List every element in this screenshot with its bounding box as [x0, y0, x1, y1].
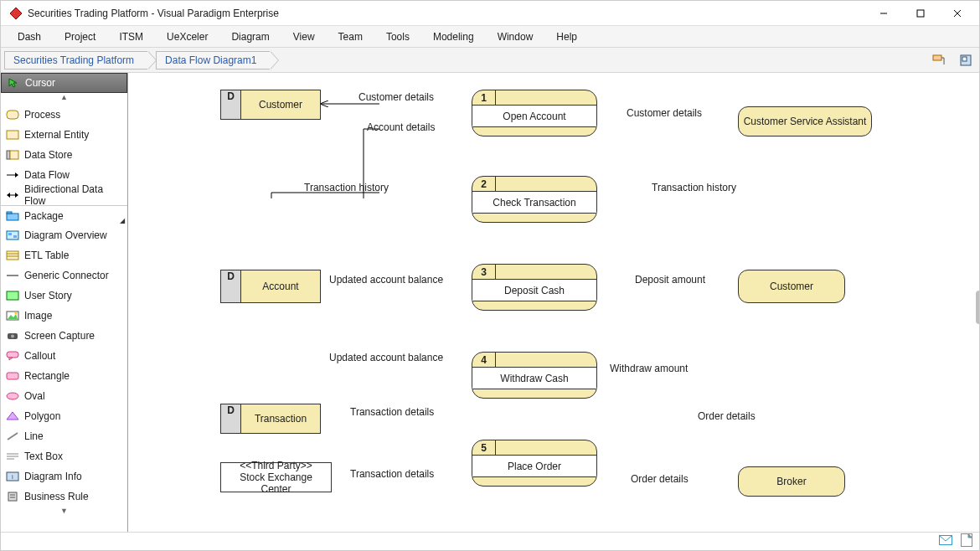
- menu-uexceler[interactable]: UeXceler: [155, 28, 219, 46]
- breadcrumb-root[interactable]: Securities Trading Platform: [4, 51, 147, 70]
- external-entity-csa[interactable]: Customer Service Assistant: [738, 106, 872, 136]
- flow-label: Customer details: [627, 107, 702, 119]
- menu-dash[interactable]: Dash: [6, 28, 53, 46]
- close-button[interactable]: [939, 2, 976, 25]
- svg-marker-18: [15, 193, 18, 198]
- menu-modeling[interactable]: Modeling: [421, 28, 486, 46]
- menu-itsm[interactable]: ITSM: [107, 28, 155, 46]
- svg-rect-46: [8, 492, 17, 501]
- palette-data-store[interactable]: Data Store: [1, 145, 127, 165]
- palette-label: Data Flow: [24, 169, 70, 181]
- palette-bidirectional-data-flow[interactable]: Bidirectional Data Flow: [1, 185, 127, 205]
- palette-etl-table[interactable]: ETL Table: [1, 245, 127, 265]
- svg-rect-11: [7, 111, 18, 119]
- svg-rect-37: [7, 373, 18, 379]
- palette-label: Oval: [24, 390, 45, 402]
- palette-label: Polygon: [24, 410, 60, 422]
- palette-external-entity[interactable]: External Entity: [1, 125, 127, 145]
- flow-label: Transaction history: [652, 182, 736, 193]
- menu-team[interactable]: Team: [327, 28, 374, 46]
- layers-icon[interactable]: [957, 52, 974, 69]
- palette-label: Text Box: [24, 451, 63, 462]
- palette-data-flow[interactable]: Data Flow: [1, 165, 127, 185]
- process-deposit-cash[interactable]: 3 Deposit Cash: [472, 264, 597, 311]
- palette-label: Data Store: [24, 149, 72, 161]
- mail-icon[interactable]: [939, 535, 952, 548]
- palette-package[interactable]: Package◢: [1, 205, 127, 225]
- palette-label: Business Rule: [24, 491, 89, 502]
- app-icon: [9, 7, 23, 20]
- shape-palette: Cursor ▲ Process External Entity Data St…: [1, 73, 128, 532]
- menu-tools[interactable]: Tools: [374, 28, 421, 46]
- rectangle-icon: [6, 369, 19, 383]
- datastore-account[interactable]: D Account: [220, 270, 321, 303]
- note-icon[interactable]: [961, 533, 972, 549]
- data-flow-icon: [6, 168, 19, 182]
- screen-capture-icon: [6, 329, 19, 342]
- svg-point-32: [15, 312, 18, 315]
- palette-collapse-up[interactable]: ▲: [1, 93, 127, 105]
- external-entity-stock-exchange[interactable]: <<Third Party>> Stock Exchange Center: [220, 462, 332, 492]
- etl-table-icon: [6, 249, 19, 262]
- process-withdraw-cash[interactable]: 4 Withdraw Cash: [472, 352, 597, 399]
- palette-callout[interactable]: Callout: [1, 346, 127, 366]
- stereotype-label: <<Third Party>>: [240, 460, 312, 471]
- datastore-label: Transaction: [241, 404, 320, 433]
- process-label: Check Transaction: [472, 192, 596, 214]
- entity-label: Stock Exchange Center: [224, 471, 328, 495]
- maximize-button[interactable]: [902, 2, 939, 25]
- image-icon: [6, 309, 19, 322]
- external-entity-customer[interactable]: Customer: [738, 270, 845, 303]
- palette-user-story[interactable]: User Story: [1, 286, 127, 306]
- palette-oval[interactable]: Oval: [1, 386, 127, 406]
- menu-help[interactable]: Help: [544, 28, 589, 46]
- svg-text:i: i: [12, 473, 13, 481]
- palette-text-box[interactable]: Text Box: [1, 446, 127, 466]
- palette-label: Screen Capture: [24, 330, 95, 342]
- external-entity-broker[interactable]: Broker: [738, 466, 845, 497]
- process-place-order[interactable]: 5 Place Order: [472, 440, 597, 487]
- svg-line-40: [8, 433, 18, 440]
- menubar: Dash Project ITSM UeXceler Diagram View …: [1, 26, 979, 48]
- svg-marker-36: [9, 358, 13, 360]
- process-open-account[interactable]: 1 Open Account: [472, 90, 597, 136]
- datastore-label: Account: [241, 270, 320, 302]
- palette-process[interactable]: Process: [1, 105, 127, 125]
- flow-label: Order details: [698, 410, 756, 422]
- menu-view[interactable]: View: [281, 28, 327, 46]
- menu-project[interactable]: Project: [53, 28, 107, 46]
- bi-data-flow-icon: [6, 188, 19, 202]
- svg-rect-25: [7, 251, 18, 260]
- diagram-info-icon: i: [6, 470, 19, 483]
- palette-screen-capture[interactable]: Screen Capture: [1, 326, 127, 346]
- palette-generic-connector[interactable]: Generic Connector: [1, 265, 127, 286]
- palette-polygon[interactable]: Polygon: [1, 406, 127, 426]
- datastore-tag: D: [221, 90, 241, 119]
- breadcrumb-label: Securities Trading Platform: [13, 54, 134, 66]
- palette-rectangle[interactable]: Rectangle: [1, 366, 127, 386]
- minimize-button[interactable]: [865, 2, 902, 25]
- svg-rect-12: [7, 131, 18, 139]
- data-store-icon: [6, 148, 19, 162]
- process-check-transaction[interactable]: 2 Check Transaction: [472, 176, 597, 223]
- palette-diagram-overview[interactable]: Diagram Overview: [1, 225, 127, 245]
- palette-cursor[interactable]: Cursor: [1, 73, 127, 93]
- flow-label: Account details: [367, 121, 435, 133]
- datastore-customer[interactable]: D Customer: [220, 90, 321, 120]
- flow-label: Transaction details: [350, 406, 434, 418]
- menu-window[interactable]: Window: [486, 28, 545, 46]
- palette-collapse-down[interactable]: ▼: [1, 507, 127, 518]
- svg-point-38: [7, 393, 18, 399]
- entity-label: Customer Service Assistant: [744, 116, 867, 127]
- palette-business-rule[interactable]: Business Rule: [1, 487, 127, 507]
- datastore-transaction[interactable]: D Transaction: [220, 404, 321, 434]
- format-painter-icon[interactable]: [931, 52, 947, 69]
- diagram-canvas[interactable]: D Customer D Account D Transaction <<Thi…: [128, 73, 979, 532]
- palette-diagram-info[interactable]: iDiagram Info: [1, 466, 127, 487]
- menu-diagram[interactable]: Diagram: [219, 28, 281, 46]
- datastore-tag: D: [221, 404, 241, 433]
- breadcrumb-diagram[interactable]: Data Flow Diagram1: [156, 51, 270, 70]
- palette-image[interactable]: Image: [1, 306, 127, 326]
- palette-line[interactable]: Line: [1, 426, 127, 446]
- flow-label: Updated account balance: [329, 274, 443, 286]
